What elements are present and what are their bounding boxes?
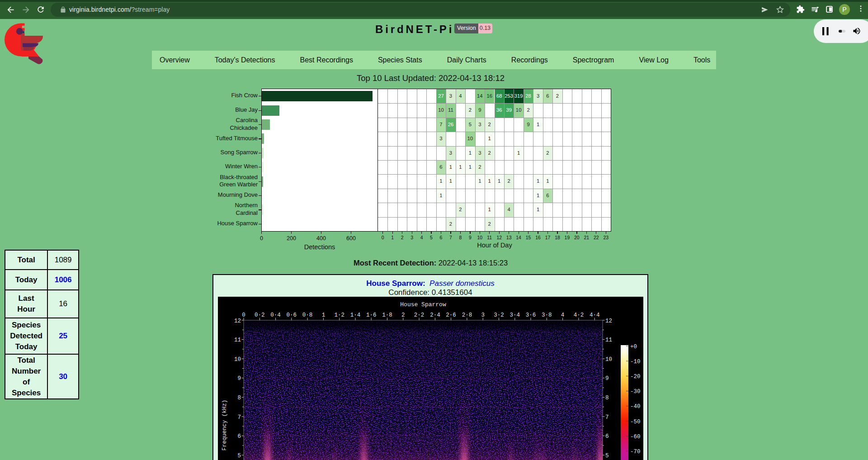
svg-text:0·2: 0·2 [255,312,265,318]
svg-text:2·8: 2·8 [462,312,472,318]
svg-text:12: 12 [605,318,612,324]
svg-text:4·4: 4·4 [590,312,600,318]
svg-text:7: 7 [237,414,241,421]
svg-text:7: 7 [605,414,609,421]
svg-text:3: 3 [481,312,485,318]
svg-text:0: 0 [242,312,245,318]
svg-text:+0: +0 [630,344,637,350]
svg-text:1·8: 1·8 [382,312,392,318]
svg-text:1: 1 [322,312,326,318]
svg-text:12: 12 [234,318,241,324]
svg-text:-30: -30 [630,389,641,395]
svg-text:11: 11 [605,337,612,343]
svg-text:Frequency (kHz): Frequency (kHz) [222,400,228,451]
svg-text:0·4: 0·4 [270,312,281,318]
svg-text:9: 9 [605,375,609,382]
svg-text:10: 10 [605,356,612,363]
svg-text:4·2: 4·2 [574,312,584,318]
svg-text:2·4: 2·4 [430,312,440,318]
svg-text:8: 8 [237,395,241,401]
svg-text:3·6: 3·6 [526,312,536,318]
svg-text:1·2: 1·2 [334,312,344,318]
svg-text:-40: -40 [630,403,641,410]
svg-text:0·8: 0·8 [302,312,313,318]
svg-text:3·8: 3·8 [542,312,552,318]
svg-text:6: 6 [237,433,241,440]
svg-text:-20: -20 [630,374,641,380]
svg-text:-70: -70 [630,449,641,455]
svg-text:10: 10 [234,356,241,363]
svg-text:-10: -10 [630,359,641,365]
svg-text:3·2: 3·2 [494,312,504,318]
svg-text:3·4: 3·4 [510,312,520,318]
svg-text:9: 9 [237,375,241,382]
svg-text:-50: -50 [630,419,641,425]
svg-text:2·2: 2·2 [414,312,425,318]
svg-text:House Sparrow: House Sparrow [400,301,446,308]
svg-text:6: 6 [605,433,609,440]
svg-text:5: 5 [237,453,241,459]
svg-text:-60: -60 [630,434,641,440]
svg-text:5: 5 [605,453,609,459]
svg-text:8: 8 [605,395,609,401]
svg-text:2: 2 [401,312,405,318]
svg-text:1·6: 1·6 [366,312,377,318]
svg-text:11: 11 [234,337,241,343]
svg-text:1·4: 1·4 [350,312,361,318]
svg-text:2·6: 2·6 [446,312,456,318]
svg-text:4: 4 [561,312,565,318]
svg-text:0·6: 0·6 [287,312,297,318]
